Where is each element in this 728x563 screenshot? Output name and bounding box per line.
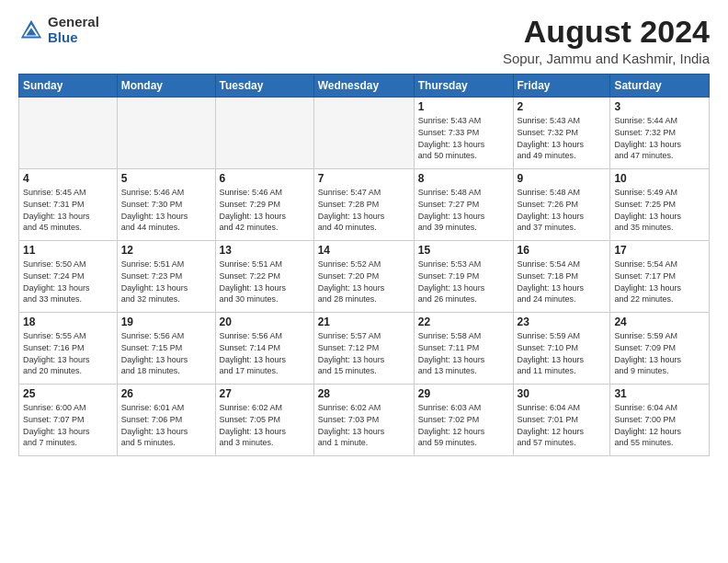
table-cell: 26Sunrise: 6:01 AMSunset: 7:06 PMDayligh… — [117, 385, 215, 456]
cell-day-number: 31 — [614, 387, 705, 400]
table-cell: 24Sunrise: 5:59 AMSunset: 7:09 PMDayligh… — [610, 313, 710, 385]
table-cell: 16Sunrise: 5:54 AMSunset: 7:18 PMDayligh… — [513, 241, 610, 313]
cell-info: Sunrise: 5:57 AMSunset: 7:12 PMDaylight:… — [318, 330, 410, 376]
table-cell: 1Sunrise: 5:43 AMSunset: 7:33 PMDaylight… — [414, 98, 513, 169]
cell-info: Sunrise: 5:46 AMSunset: 7:29 PMDaylight:… — [220, 187, 310, 233]
col-tuesday: Tuesday — [215, 75, 313, 98]
cell-info: Sunrise: 5:43 AMSunset: 7:32 PMDaylight:… — [518, 115, 607, 161]
cell-info: Sunrise: 5:53 AMSunset: 7:19 PMDaylight:… — [418, 259, 509, 304]
cell-info: Sunrise: 6:02 AMSunset: 7:05 PMDaylight:… — [220, 402, 310, 448]
cell-day-number: 13 — [220, 244, 310, 257]
cell-info: Sunrise: 6:03 AMSunset: 7:02 PMDaylight:… — [418, 402, 509, 448]
cell-day-number: 19 — [121, 316, 211, 328]
title-block: August 2024 Sopur, Jammu and Kashmir, In… — [503, 15, 710, 66]
cell-info: Sunrise: 5:50 AMSunset: 7:24 PMDaylight:… — [23, 259, 113, 304]
table-cell: 5Sunrise: 5:46 AMSunset: 7:30 PMDaylight… — [117, 169, 215, 241]
cell-day-number: 12 — [121, 244, 211, 257]
logo: General Blue — [18, 15, 99, 45]
table-cell: 21Sunrise: 5:57 AMSunset: 7:12 PMDayligh… — [313, 313, 414, 385]
table-cell: 12Sunrise: 5:51 AMSunset: 7:23 PMDayligh… — [117, 241, 215, 313]
cell-info: Sunrise: 5:43 AMSunset: 7:33 PMDaylight:… — [418, 115, 509, 161]
table-cell — [19, 98, 118, 169]
table-cell: 13Sunrise: 5:51 AMSunset: 7:22 PMDayligh… — [215, 241, 313, 313]
cell-day-number: 22 — [418, 316, 509, 328]
table-cell: 19Sunrise: 5:56 AMSunset: 7:15 PMDayligh… — [117, 313, 215, 385]
cell-info: Sunrise: 5:52 AMSunset: 7:20 PMDaylight:… — [318, 259, 410, 304]
cell-info: Sunrise: 6:00 AMSunset: 7:07 PMDaylight:… — [23, 402, 113, 448]
table-cell: 22Sunrise: 5:58 AMSunset: 7:11 PMDayligh… — [414, 313, 513, 385]
cell-info: Sunrise: 5:59 AMSunset: 7:09 PMDaylight:… — [614, 330, 705, 376]
table-cell: 6Sunrise: 5:46 AMSunset: 7:29 PMDaylight… — [215, 169, 313, 241]
cell-day-number: 25 — [23, 387, 113, 400]
table-cell: 17Sunrise: 5:54 AMSunset: 7:17 PMDayligh… — [610, 241, 710, 313]
col-friday: Friday — [513, 75, 610, 98]
cell-info: Sunrise: 5:54 AMSunset: 7:17 PMDaylight:… — [614, 259, 705, 304]
cell-info: Sunrise: 5:47 AMSunset: 7:28 PMDaylight:… — [318, 187, 410, 233]
cell-info: Sunrise: 5:59 AMSunset: 7:10 PMDaylight:… — [518, 330, 607, 376]
cell-day-number: 27 — [220, 387, 310, 400]
cell-info: Sunrise: 6:01 AMSunset: 7:06 PMDaylight:… — [121, 402, 211, 448]
cell-info: Sunrise: 5:58 AMSunset: 7:11 PMDaylight:… — [418, 330, 509, 376]
logo-icon — [18, 17, 44, 43]
cell-day-number: 18 — [23, 316, 113, 328]
logo-general-text: General — [48, 15, 99, 30]
cell-day-number: 21 — [318, 316, 410, 328]
week-row-3: 11Sunrise: 5:50 AMSunset: 7:24 PMDayligh… — [19, 241, 710, 313]
cell-info: Sunrise: 5:48 AMSunset: 7:26 PMDaylight:… — [518, 187, 607, 233]
table-cell: 8Sunrise: 5:48 AMSunset: 7:27 PMDaylight… — [414, 169, 513, 241]
cell-day-number: 11 — [23, 244, 113, 257]
cell-info: Sunrise: 6:04 AMSunset: 7:01 PMDaylight:… — [518, 402, 607, 448]
col-sunday: Sunday — [19, 75, 118, 98]
col-saturday: Saturday — [610, 75, 710, 98]
col-wednesday: Wednesday — [313, 75, 414, 98]
table-cell: 3Sunrise: 5:44 AMSunset: 7:32 PMDaylight… — [610, 98, 710, 169]
table-cell: 20Sunrise: 5:56 AMSunset: 7:14 PMDayligh… — [215, 313, 313, 385]
cell-day-number: 7 — [318, 172, 410, 185]
table-cell: 2Sunrise: 5:43 AMSunset: 7:32 PMDaylight… — [513, 98, 610, 169]
table-cell — [215, 98, 313, 169]
table-cell: 25Sunrise: 6:00 AMSunset: 7:07 PMDayligh… — [19, 385, 118, 456]
cell-info: Sunrise: 5:49 AMSunset: 7:25 PMDaylight:… — [614, 187, 705, 233]
header-row: Sunday Monday Tuesday Wednesday Thursday… — [19, 75, 710, 98]
table-cell: 9Sunrise: 5:48 AMSunset: 7:26 PMDaylight… — [513, 169, 610, 241]
cell-day-number: 30 — [518, 387, 607, 400]
table-cell: 7Sunrise: 5:47 AMSunset: 7:28 PMDaylight… — [313, 169, 414, 241]
calendar-body: 1Sunrise: 5:43 AMSunset: 7:33 PMDaylight… — [19, 98, 710, 456]
page-header: General Blue August 2024 Sopur, Jammu an… — [18, 15, 710, 66]
table-cell: 18Sunrise: 5:55 AMSunset: 7:16 PMDayligh… — [19, 313, 118, 385]
table-cell: 15Sunrise: 5:53 AMSunset: 7:19 PMDayligh… — [414, 241, 513, 313]
cell-day-number: 23 — [518, 316, 607, 328]
cell-day-number: 29 — [418, 387, 509, 400]
cell-info: Sunrise: 5:56 AMSunset: 7:14 PMDaylight:… — [220, 330, 310, 376]
cell-day-number: 17 — [614, 244, 705, 257]
table-cell: 27Sunrise: 6:02 AMSunset: 7:05 PMDayligh… — [215, 385, 313, 456]
cell-day-number: 1 — [418, 100, 509, 113]
week-row-5: 25Sunrise: 6:00 AMSunset: 7:07 PMDayligh… — [19, 385, 710, 456]
cell-day-number: 9 — [518, 172, 607, 185]
cell-day-number: 24 — [614, 316, 705, 328]
table-cell: 30Sunrise: 6:04 AMSunset: 7:01 PMDayligh… — [513, 385, 610, 456]
cell-day-number: 28 — [318, 387, 410, 400]
cell-day-number: 15 — [418, 244, 509, 257]
cell-day-number: 2 — [518, 100, 607, 113]
table-cell: 31Sunrise: 6:04 AMSunset: 7:00 PMDayligh… — [610, 385, 710, 456]
table-cell: 23Sunrise: 5:59 AMSunset: 7:10 PMDayligh… — [513, 313, 610, 385]
cell-day-number: 26 — [121, 387, 211, 400]
cell-day-number: 8 — [418, 172, 509, 185]
cell-info: Sunrise: 5:54 AMSunset: 7:18 PMDaylight:… — [518, 259, 607, 304]
cell-info: Sunrise: 5:44 AMSunset: 7:32 PMDaylight:… — [614, 115, 705, 161]
cell-day-number: 5 — [121, 172, 211, 185]
table-cell: 10Sunrise: 5:49 AMSunset: 7:25 PMDayligh… — [610, 169, 710, 241]
cell-day-number: 16 — [518, 244, 607, 257]
table-cell: 11Sunrise: 5:50 AMSunset: 7:24 PMDayligh… — [19, 241, 118, 313]
cell-day-number: 10 — [614, 172, 705, 185]
cell-day-number: 6 — [220, 172, 310, 185]
table-cell — [313, 98, 414, 169]
cell-day-number: 20 — [220, 316, 310, 328]
week-row-4: 18Sunrise: 5:55 AMSunset: 7:16 PMDayligh… — [19, 313, 710, 385]
col-thursday: Thursday — [414, 75, 513, 98]
month-title: August 2024 — [503, 15, 710, 49]
col-monday: Monday — [117, 75, 215, 98]
week-row-1: 1Sunrise: 5:43 AMSunset: 7:33 PMDaylight… — [19, 98, 710, 169]
table-cell: 14Sunrise: 5:52 AMSunset: 7:20 PMDayligh… — [313, 241, 414, 313]
